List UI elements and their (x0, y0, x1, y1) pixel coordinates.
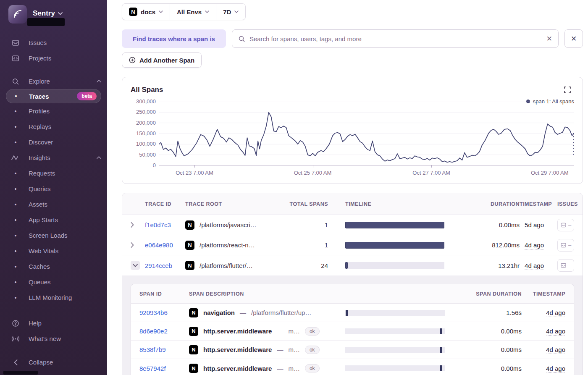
span-id-link[interactable]: 8d6e90e2 (139, 328, 189, 335)
bullet-icon: • (11, 294, 20, 301)
issues-count: – (568, 262, 571, 269)
sidebar-item-llm-monitoring[interactable]: •LLM Monitoring (0, 290, 107, 305)
timestamp[interactable]: 4d ago (546, 328, 565, 335)
sidebar-item-discover[interactable]: • Discover (0, 134, 107, 150)
timestamp[interactable]: 5d ago (525, 221, 544, 228)
span-duration: 0.00ms (448, 365, 522, 372)
timestamp[interactable]: 4d ago (525, 262, 544, 269)
sidebar-item-queues[interactable]: •Queues (0, 274, 107, 290)
chart-plot-area[interactable] (159, 102, 574, 165)
bullet-icon: • (11, 108, 20, 115)
sidebar-item-projects[interactable]: Projects (0, 50, 107, 66)
trace-id-link[interactable]: e064e980 (145, 241, 185, 249)
y-axis-tick-label: 0 (153, 162, 156, 169)
span-row: 8538f7b9 N http.server.middleware — m… o… (131, 341, 574, 359)
timeline-bar (345, 262, 348, 269)
sidebar-item-label: Queries (29, 185, 101, 192)
sidebar-item-help[interactable]: Help (0, 315, 107, 331)
project-name: docs (141, 8, 155, 16)
duration: 13.21hr (450, 262, 520, 269)
timestamp[interactable]: 4d ago (546, 365, 565, 372)
project-selector[interactable]: N docs (122, 4, 170, 20)
span-search-input[interactable] (249, 35, 542, 42)
span-id-link[interactable]: 8538f7b9 (139, 346, 189, 353)
sidebar-section-insights[interactable]: Insights (0, 150, 107, 165)
issues-icon (11, 39, 20, 47)
sidebar-item-queries[interactable]: •Queries (0, 181, 107, 197)
sidebar-item-profiles[interactable]: • Profiles (0, 103, 107, 119)
bullet-icon: • (11, 248, 20, 254)
date-range-value: 7D (223, 8, 231, 16)
add-another-span-button[interactable]: Add Another Span (122, 52, 202, 68)
span-id-link[interactable]: 8e57942f (139, 365, 189, 372)
separator: — (277, 365, 283, 372)
total-spans: 1 (282, 221, 328, 228)
sidebar-item-whats-new[interactable]: What's new (0, 331, 107, 346)
table-row: 2914cceb N /platforms/flutter/… 24 13.21… (122, 255, 583, 275)
bullet-icon: • (11, 186, 20, 192)
sidebar-collapse-button[interactable]: Collapse (0, 354, 107, 370)
collapse-row-chevron[interactable] (131, 261, 140, 270)
fullscreen-icon[interactable] (564, 87, 571, 93)
beta-badge: beta (77, 92, 97, 100)
sidebar-item-web-vitals[interactable]: •Web Vitals (0, 243, 107, 259)
sidebar-section-explore[interactable]: Explore (0, 73, 107, 89)
chevron-down-icon (205, 10, 209, 13)
span-timeline-track (345, 310, 445, 316)
expand-row-chevron[interactable] (131, 222, 145, 228)
span-timeline-bar (346, 310, 348, 316)
issues-button[interactable]: – (557, 219, 574, 231)
expanded-trace-details: SPAN ID SPAN DESCRIPTION SPAN DURATION T… (122, 275, 583, 375)
sidebar-item-label: What's new (29, 335, 101, 342)
plus-circle-icon (129, 57, 136, 63)
all-spans-chart-panel: All Spans span 1: All spans 050,000100,0… (122, 77, 583, 184)
span-id-link[interactable]: 920934b6 (139, 309, 189, 316)
duration: 0.00ms (450, 221, 520, 228)
issues-button[interactable]: – (557, 239, 574, 252)
sidebar-item-label: Traces (29, 93, 77, 100)
span-search-box: ✕ (232, 29, 559, 48)
sentry-logo[interactable] (8, 5, 27, 24)
expand-row-chevron[interactable] (131, 242, 145, 248)
sidebar-item-requests[interactable]: •Requests (0, 165, 107, 181)
status-badge: ok (305, 364, 320, 372)
issues-button[interactable]: – (557, 259, 574, 272)
span-row: 920934b6 N navigation — /platforms/flutt… (131, 304, 574, 322)
x-axis-tick-mark (313, 165, 313, 168)
timestamp[interactable]: 4d ago (546, 346, 565, 353)
sidebar-item-issues[interactable]: Issues (0, 35, 107, 50)
y-axis-tick-label: 50,000 (139, 152, 156, 158)
bullet-icon: • (11, 123, 20, 130)
trace-id-link[interactable]: f1e0d7c3 (145, 221, 185, 228)
span-duration: 0.00ms (448, 328, 522, 335)
org-switcher[interactable]: Sentry (33, 9, 63, 18)
timestamp[interactable]: 4d ago (546, 309, 565, 316)
sidebar-item-traces[interactable]: • Traces beta (6, 89, 101, 103)
sidebar-item-caches[interactable]: •Caches (0, 259, 107, 274)
sidebar-item-replays[interactable]: • Replays (0, 119, 107, 134)
clear-search-icon[interactable]: ✕ (546, 34, 552, 43)
issues-count: – (568, 222, 571, 228)
sidebar-item-screen-loads[interactable]: •Screen Loads (0, 228, 107, 243)
span-timeline-bar (440, 347, 442, 353)
timeline-track (345, 222, 444, 228)
sidebar-item-assets[interactable]: •Assets (0, 197, 107, 212)
sidebar-item-app-starts[interactable]: •App Starts (0, 212, 107, 228)
bullet-icon: • (12, 93, 20, 100)
remove-span-filter-button[interactable]: ✕ (564, 29, 583, 48)
date-range-selector[interactable]: 7D (216, 4, 245, 20)
span-timeline-track (345, 347, 445, 353)
column-header: TOTAL SPANS (282, 201, 328, 207)
x-axis-tick-label: Oct 27 7:00 AM (412, 170, 450, 176)
total-spans: 24 (282, 262, 328, 269)
chevron-down-icon (58, 12, 63, 15)
trace-id-link[interactable]: 2914cceb (145, 262, 185, 269)
separator: — (277, 328, 283, 335)
span-filter-row: Find traces where a span is ✕ ✕ (122, 29, 583, 48)
column-header: ISSUES (557, 201, 578, 207)
sidebar-item-label: Screen Loads (29, 232, 101, 239)
timestamp[interactable]: 4d ago (525, 241, 544, 249)
search-icon (238, 35, 245, 42)
issues-icon (560, 222, 567, 228)
environment-selector[interactable]: All Envs (170, 4, 216, 20)
